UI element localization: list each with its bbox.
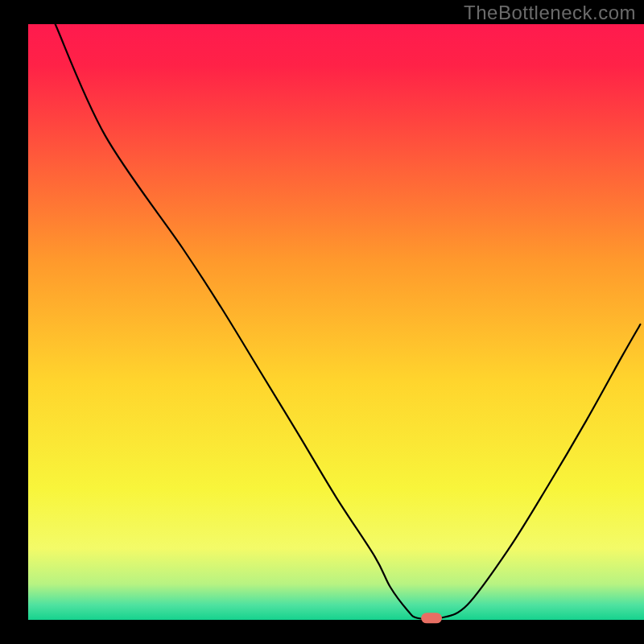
- chart-svg: [0, 0, 644, 644]
- watermark-text: TheBottleneck.com: [464, 2, 636, 24]
- optimal-point-marker: [421, 613, 442, 623]
- plot-background: [28, 24, 644, 620]
- chart-frame: { "watermark": "TheBottleneck.com", "cha…: [0, 0, 644, 644]
